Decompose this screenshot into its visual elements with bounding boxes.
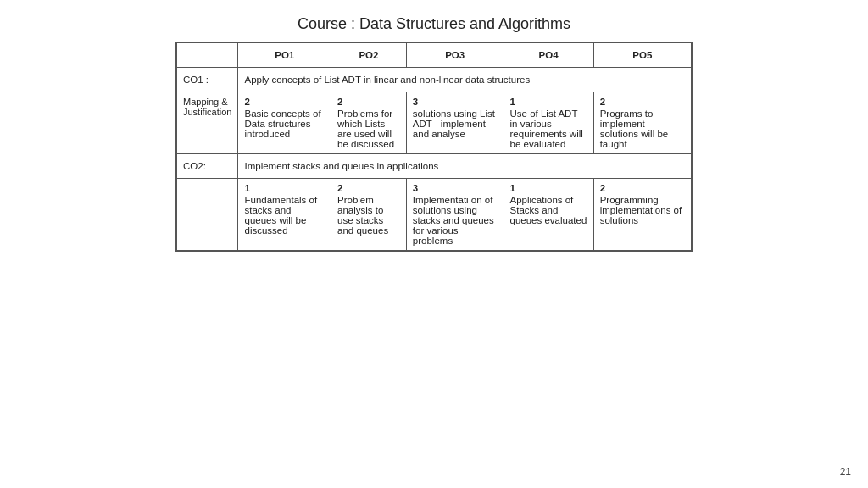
co2-po1-text: Fundamentals of stacks and queues will b… xyxy=(244,195,317,236)
co2-po2-cell: 2 Problem analysis to use stacks and que… xyxy=(331,179,407,251)
header-po5: PO5 xyxy=(593,43,691,68)
co2-mapping-row: 1 Fundamentals of stacks and queues will… xyxy=(177,179,692,251)
co1-po3-text: solutions using List ADT - implement and… xyxy=(413,108,495,139)
co1-mapping-row: Mapping & Justification 2 Basic concepts… xyxy=(177,92,692,154)
co1-po2-num: 2 xyxy=(337,97,400,107)
co2-po1-cell: 1 Fundamentals of stacks and queues will… xyxy=(238,179,331,251)
co2-po5-cell: 2 Programming implementations of solutio… xyxy=(593,179,691,251)
co2-po4-num: 1 xyxy=(510,183,587,193)
co2-po3-cell: 3 Implementati on of solutions using sta… xyxy=(406,179,504,251)
co1-po3-cell: 3 solutions using List ADT - implement a… xyxy=(406,92,504,154)
co1-desc-row: CO1 : Apply concepts of List ADT in line… xyxy=(177,68,692,92)
co1-po2-cell: 2 Problems for which Lists are used will… xyxy=(331,92,407,154)
page-number: 21 xyxy=(840,466,851,478)
co1-label: CO1 : xyxy=(177,68,238,92)
co1-description: Apply concepts of List ADT in linear and… xyxy=(238,68,692,92)
header-empty xyxy=(177,43,238,68)
co1-po4-text: Use of List ADT in various requirements … xyxy=(510,108,583,149)
co1-po4-num: 1 xyxy=(510,97,587,107)
header-po2: PO2 xyxy=(331,43,407,68)
co2-po4-cell: 1 Applications of Stacks and queues eval… xyxy=(504,179,593,251)
co1-po1-num: 2 xyxy=(244,97,325,107)
co1-po5-cell: 2 Programs to implement solutions will b… xyxy=(593,92,691,154)
co2-po3-text: Implementati on of solutions using stack… xyxy=(413,195,494,246)
co1-po4-cell: 1 Use of List ADT in various requirement… xyxy=(504,92,593,154)
co2-po1-num: 1 xyxy=(244,183,325,193)
co2-po5-text: Programming implementations of solutions xyxy=(600,195,682,225)
co1-po1-text: Basic concepts of Data structures introd… xyxy=(244,108,320,139)
co1-po1-cell: 2 Basic concepts of Data structures intr… xyxy=(238,92,331,154)
header-po1: PO1 xyxy=(238,43,331,68)
co2-label: CO2: xyxy=(177,154,238,179)
page-title: Course : Data Structures and Algorithms xyxy=(0,0,868,42)
co1-po5-text: Programs to implement solutions will be … xyxy=(600,108,669,149)
co2-desc-row: CO2: Implement stacks and queues in appl… xyxy=(177,154,692,179)
co2-po3-num: 3 xyxy=(413,183,498,193)
table-header-row: PO1 PO2 PO3 PO4 PO5 xyxy=(177,43,692,68)
co2-po5-num: 2 xyxy=(600,183,685,193)
co2-po2-text: Problem analysis to use stacks and queue… xyxy=(337,195,388,236)
table-wrapper: PO1 PO2 PO3 PO4 PO5 CO1 : Apply concepts… xyxy=(175,42,693,252)
co2-mapping-label xyxy=(177,179,238,251)
co1-po3-num: 3 xyxy=(413,97,498,107)
co1-mapping-label: Mapping & Justification xyxy=(177,92,238,154)
header-po3: PO3 xyxy=(406,43,504,68)
co2-po2-num: 2 xyxy=(337,183,400,193)
header-po4: PO4 xyxy=(504,43,593,68)
co2-description: Implement stacks and queues in applicati… xyxy=(238,154,692,179)
co2-po4-text: Applications of Stacks and queues evalua… xyxy=(510,195,587,225)
co1-po2-text: Problems for which Lists are used will b… xyxy=(337,108,394,149)
co1-po5-num: 2 xyxy=(600,97,685,107)
